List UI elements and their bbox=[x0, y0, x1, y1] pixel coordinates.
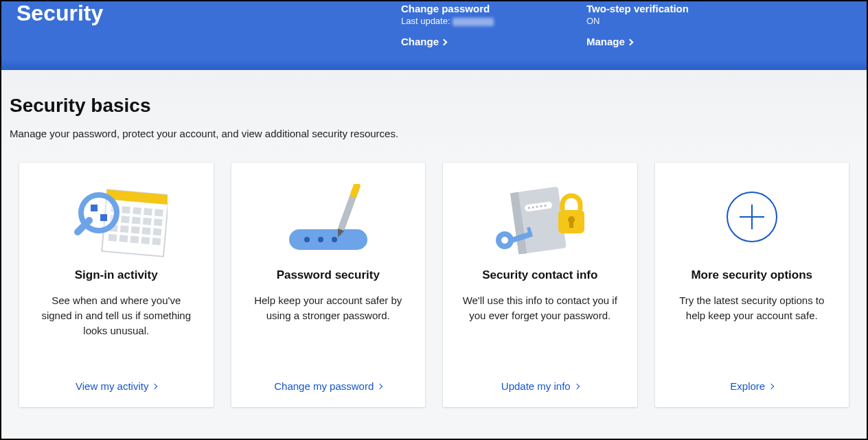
calendar-search-icon bbox=[65, 181, 168, 263]
chevron-right-icon bbox=[377, 384, 382, 389]
card-desc: See when and where you've signed in and … bbox=[37, 293, 196, 367]
svg-rect-24 bbox=[91, 205, 98, 211]
card-signin-activity: Sign-in activity See when and where you'… bbox=[19, 163, 214, 407]
twostep-status: ON bbox=[586, 16, 710, 26]
svg-rect-43 bbox=[569, 221, 573, 228]
card-desc: We'll use this info to contact you if yo… bbox=[461, 293, 619, 367]
card-more-options: More security options Try the latest sec… bbox=[655, 163, 849, 407]
card-title: Security contact info bbox=[482, 268, 597, 282]
svg-rect-10 bbox=[143, 218, 152, 225]
card-contact-info: Security contact info We'll use this inf… bbox=[443, 163, 637, 407]
svg-rect-16 bbox=[153, 228, 162, 235]
chevron-right-icon bbox=[573, 384, 579, 389]
chevron-right-icon bbox=[152, 384, 157, 389]
svg-rect-8 bbox=[121, 216, 130, 223]
svg-rect-21 bbox=[152, 238, 161, 245]
page-title: Security bbox=[16, 1, 401, 25]
change-password-title: Change password bbox=[401, 3, 525, 14]
card-password-security: Password security Help keep your account… bbox=[231, 163, 426, 407]
explore-link[interactable]: Explore bbox=[730, 380, 773, 392]
password-pen-icon bbox=[277, 181, 380, 263]
change-password-link-label: Change bbox=[401, 36, 439, 47]
last-update-label: Last update: bbox=[401, 16, 450, 26]
chevron-right-icon bbox=[626, 38, 633, 45]
section-subtitle: Manage your password, protect your accou… bbox=[10, 128, 858, 139]
svg-rect-19 bbox=[130, 235, 139, 243]
change-password-link[interactable]: Change bbox=[401, 36, 446, 47]
card-link-label: View my activity bbox=[76, 380, 148, 392]
svg-rect-18 bbox=[119, 235, 128, 242]
card-desc: Help keep your account safer by using a … bbox=[249, 293, 408, 367]
svg-rect-31 bbox=[350, 184, 361, 198]
view-activity-link[interactable]: View my activity bbox=[76, 380, 157, 392]
svg-rect-5 bbox=[144, 208, 152, 216]
twostep-title: Two-step verification bbox=[586, 3, 710, 14]
change-password-block: Change password Last update: Change bbox=[401, 3, 525, 48]
svg-rect-11 bbox=[154, 218, 163, 226]
card-link-label: Update my info bbox=[501, 380, 571, 392]
svg-rect-4 bbox=[133, 207, 141, 215]
twostep-manage-label: Manage bbox=[586, 36, 625, 47]
svg-rect-26 bbox=[289, 229, 367, 250]
svg-rect-20 bbox=[141, 237, 150, 244]
svg-rect-9 bbox=[132, 217, 141, 224]
plus-circle-icon bbox=[714, 181, 790, 263]
chevron-right-icon bbox=[768, 384, 774, 389]
notebook-lock-key-icon bbox=[488, 181, 591, 263]
update-info-link[interactable]: Update my info bbox=[501, 380, 579, 392]
twostep-manage-link[interactable]: Manage bbox=[586, 36, 632, 47]
security-header: Security Change password Last update: Ch… bbox=[1, 1, 867, 70]
card-link-label: Change my password bbox=[274, 380, 374, 392]
card-title: More security options bbox=[691, 268, 812, 282]
card-title: Password security bbox=[277, 268, 380, 282]
svg-rect-15 bbox=[142, 227, 151, 235]
twostep-block: Two-step verification ON Manage bbox=[586, 3, 710, 48]
card-link-label: Explore bbox=[730, 380, 765, 392]
chevron-right-icon bbox=[441, 38, 448, 45]
cards-row: Sign-in activity See when and where you'… bbox=[10, 163, 858, 407]
svg-rect-17 bbox=[108, 234, 117, 242]
section-title: Security basics bbox=[10, 95, 858, 117]
svg-rect-3 bbox=[122, 206, 130, 213]
svg-point-45 bbox=[501, 237, 508, 244]
card-desc: Try the latest security options to help … bbox=[673, 293, 832, 367]
svg-rect-13 bbox=[120, 225, 129, 233]
svg-point-29 bbox=[332, 237, 337, 242]
change-password-link[interactable]: Change my password bbox=[274, 380, 382, 392]
svg-rect-6 bbox=[155, 209, 163, 216]
svg-rect-25 bbox=[100, 214, 107, 221]
content-area: Security basics Manage your password, pr… bbox=[1, 70, 867, 439]
header-info: Change password Last update: Change Two-… bbox=[401, 1, 710, 48]
svg-point-27 bbox=[304, 237, 310, 242]
svg-rect-14 bbox=[131, 227, 140, 234]
svg-point-28 bbox=[318, 237, 323, 242]
change-password-sub: Last update: bbox=[401, 16, 525, 26]
last-update-value-redacted bbox=[453, 18, 494, 26]
card-title: Sign-in activity bbox=[75, 268, 158, 282]
